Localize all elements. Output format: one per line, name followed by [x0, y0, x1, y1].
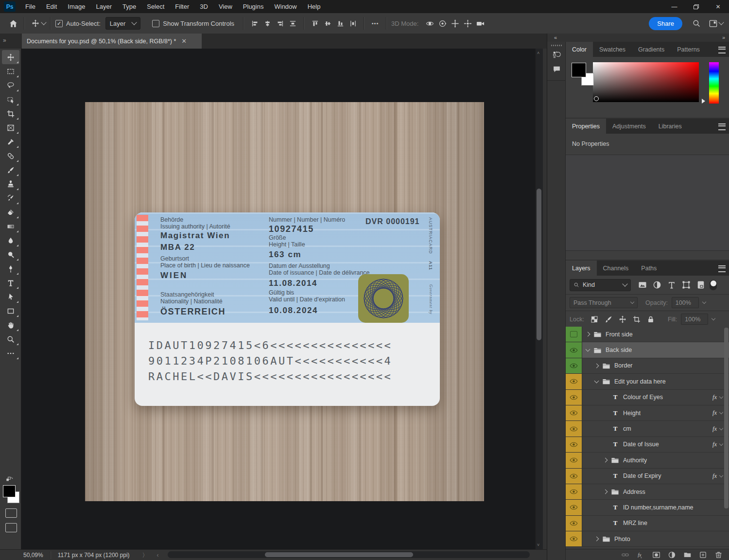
show-transform-checkbox[interactable] — [152, 20, 159, 27]
vertical-scrollbar[interactable]: ˄ ˅ — [535, 49, 543, 549]
layer-row-date-of-issue[interactable]: TDate of Issuefx — [566, 437, 729, 453]
layer-visibility[interactable] — [566, 327, 582, 342]
tab-layers[interactable]: Layers — [566, 261, 597, 276]
tab-gradients[interactable]: Gradients — [632, 42, 671, 57]
link-layers-button[interactable] — [621, 551, 629, 559]
align-right-button[interactable] — [274, 17, 286, 30]
lock-paint-button[interactable] — [604, 315, 613, 324]
layer-row-mrz-line[interactable]: TMRZ line — [566, 516, 729, 531]
shape-layers-filter-button[interactable] — [681, 280, 691, 290]
layer-visibility[interactable] — [566, 500, 582, 515]
expand-toggle[interactable] — [594, 537, 599, 542]
menu-view[interactable]: View — [213, 0, 238, 13]
document-tab[interactable]: Documents for you.psd @ 50,1% (Back side… — [22, 34, 202, 49]
spot-healing-brush-tool[interactable] — [2, 149, 19, 163]
layer-visibility[interactable] — [566, 342, 582, 357]
color-picker-marker[interactable] — [594, 96, 599, 101]
expand-toggle[interactable] — [594, 378, 599, 383]
pen-tool[interactable] — [2, 262, 19, 276]
expand-toggle[interactable] — [586, 347, 590, 352]
layer-row-address[interactable]: Address — [566, 484, 729, 500]
layer-row-front-side[interactable]: Front side — [566, 327, 729, 342]
scroll-down-arrow[interactable]: ˅ — [537, 542, 539, 547]
foreground-color-chip[interactable] — [572, 63, 586, 77]
toolbar-expand-chevrons[interactable]: » — [3, 37, 5, 44]
new-group-button[interactable] — [683, 551, 692, 559]
comment-panel-button[interactable] — [547, 62, 566, 76]
layer-row-colour-of-eyes[interactable]: TColour of Eyesfx — [566, 390, 729, 405]
menu-select[interactable]: Select — [141, 0, 170, 13]
opacity-chevron[interactable] — [702, 300, 706, 304]
menu-file[interactable]: File — [20, 0, 41, 13]
layer-visibility[interactable] — [566, 358, 582, 373]
scroll-up-arrow[interactable]: ˄ — [537, 51, 539, 55]
crop-tool[interactable] — [2, 106, 19, 121]
layers-panel-menu-icon[interactable] — [718, 265, 726, 272]
align-center-h-button[interactable] — [261, 17, 274, 30]
swap-colors-icon[interactable] — [2, 475, 17, 483]
lock-artboard-button[interactable] — [632, 315, 641, 324]
layer-row-id-number-surname-name[interactable]: TID number,surname,name — [566, 500, 729, 515]
layer-filter-kind-dropdown[interactable]: Kind — [570, 279, 631, 291]
layer-row-date-of-expiry[interactable]: TDate of Expiryfx — [566, 469, 729, 484]
canvas-area[interactable]: Behörde Issuing authority | Autorité Mag… — [21, 49, 535, 549]
horizontal-scroll-thumb[interactable] — [265, 552, 413, 557]
slide-3d-button[interactable] — [461, 17, 474, 30]
layers-scroll-thumb[interactable] — [724, 328, 729, 508]
layer-style-fx-button[interactable]: fx — [637, 551, 645, 559]
smart-objects-filter-button[interactable] — [696, 280, 706, 290]
saturation-brightness-field[interactable] — [593, 62, 699, 102]
layer-row-cm[interactable]: Tcmfx — [566, 421, 729, 437]
move-tool[interactable] — [2, 50, 19, 64]
layer-row-height[interactable]: THeightfx — [566, 405, 729, 421]
auto-select-target-dropdown[interactable]: Layer — [105, 17, 141, 30]
share-button[interactable]: Share — [649, 17, 682, 30]
blend-mode-dropdown[interactable]: Pass Through — [570, 297, 638, 308]
expand-toggle[interactable] — [603, 490, 608, 494]
quick-mask-button[interactable] — [5, 508, 17, 518]
gradient-tool[interactable] — [2, 219, 19, 233]
layer-row-authority[interactable]: Authority — [566, 453, 729, 468]
screen-mode-button[interactable] — [5, 523, 17, 532]
auto-select-checkbox[interactable]: ✓ — [55, 20, 63, 27]
menu-image[interactable]: Image — [62, 0, 90, 13]
opacity-field[interactable]: 100% — [672, 297, 699, 308]
tab-libraries[interactable]: Libraries — [652, 119, 688, 134]
history-brush-tool[interactable] — [2, 191, 19, 205]
menu-plugins[interactable]: Plugins — [238, 0, 269, 13]
lock-all-button[interactable] — [646, 315, 655, 324]
pixel-layers-filter-button[interactable] — [638, 280, 647, 290]
fill-field[interactable]: 100% — [681, 314, 708, 325]
distribute-v-button[interactable] — [347, 17, 359, 30]
lock-transparency-button[interactable] — [590, 315, 599, 324]
menu-3d[interactable]: 3D — [194, 0, 213, 13]
layer-visibility[interactable] — [566, 437, 582, 452]
close-button[interactable]: ✕ — [707, 0, 729, 13]
layer-visibility[interactable] — [566, 453, 582, 468]
layer-visibility[interactable] — [566, 484, 582, 499]
type-layers-filter-button[interactable] — [667, 280, 677, 290]
layer-visibility[interactable] — [566, 469, 582, 484]
lock-position-button[interactable] — [618, 315, 627, 324]
align-top-button[interactable] — [309, 17, 321, 30]
camera-3d-button[interactable] — [474, 17, 486, 30]
tab-swatches[interactable]: Swatches — [593, 42, 632, 57]
distribute-h-button[interactable] — [286, 17, 299, 30]
roll-3d-button[interactable] — [436, 17, 449, 30]
pan-3d-button[interactable] — [449, 17, 461, 30]
history-panel-button[interactable] — [547, 47, 566, 62]
expand-toggle[interactable] — [586, 332, 590, 337]
layer-row-border[interactable]: Border — [566, 358, 729, 374]
horizontal-scrollbar[interactable] — [168, 551, 530, 558]
hand-tool[interactable] — [2, 318, 19, 332]
tool-preset-chevron[interactable] — [41, 19, 46, 25]
blur-tool[interactable] — [2, 233, 19, 247]
layer-visibility[interactable] — [566, 421, 582, 436]
tab-properties[interactable]: Properties — [566, 119, 606, 134]
filter-toggle-switch[interactable] — [710, 280, 717, 290]
document-close-icon[interactable]: ✕ — [181, 37, 187, 45]
adjustment-layers-filter-button[interactable] — [652, 280, 662, 290]
search-button[interactable] — [690, 17, 703, 30]
foreground-color-swatch[interactable] — [3, 485, 16, 497]
hue-slider[interactable] — [709, 62, 719, 104]
